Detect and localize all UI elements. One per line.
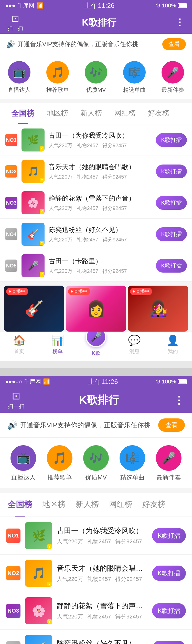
tab-newcomer[interactable]: 新人榜 [74,103,108,124]
category-single-label: 精选单曲 [123,86,146,94]
status-right: 𝔅 100% [156,2,187,9]
screen-separator [0,368,192,376]
song-item-5[interactable]: NO5 🎤 Y 古田一（卡路里） 人气220万 礼物2457 得分92457 K… [0,250,192,282]
song-info-4: 陈奕迅粉丝（好久不见） 人气220万 礼物2457 得分92457 [49,225,152,243]
tab-internet-2[interactable]: 网红榜 [104,493,137,517]
category-playlist[interactable]: 🎵 推荐歌单 [46,61,69,94]
rank-badge-2-4: NO4 [6,641,20,644]
song-info-2-2: 音乐天才（她的眼睛会唱歌） 人气220万 礼物2457 得分92457 [57,564,147,583]
song-item-3[interactable]: NO3 🌸 Y 静静的花絮（雪落下的声音） 人气220万 礼物2457 得分92… [0,187,192,219]
k-sing-button-5[interactable]: K歌打擂 [156,259,187,273]
category-playlist-2[interactable]: 🎵 推荐歌单 [47,445,72,482]
song-stats-2-1: 人气220万 礼物2457 得分92457 [57,538,147,545]
tab-national-2[interactable]: 全国榜 [3,493,37,517]
carrier-2: 千库网 [24,378,41,385]
gifts-2-2: 礼物2457 [87,575,111,583]
battery-percent: 100% [162,2,176,9]
category-mv-icon-2: 🎶 [83,445,109,471]
category-single-2[interactable]: 🎼 精选单曲 [120,445,145,482]
category-accomp-icon: 🎤 [162,61,184,84]
category-accomp-icon-2: 🎤 [156,445,182,471]
live-card-2[interactable]: 👩 直播中 [66,286,126,332]
nav-profile[interactable]: 👤 我的 [154,334,192,357]
messages-icon: 💬 [128,334,141,346]
popularity-2-1: 人气220万 [57,538,83,545]
tab-friends[interactable]: 好友榜 [142,103,176,124]
gifts-4: 礼物2457 [77,236,98,243]
nav-ksong[interactable]: 🎤 K歌 [77,334,115,357]
song-item-2-4[interactable]: NO4 🎸 Y 陈奕迅粉丝（好久不见） 人气220万 礼物2457 得分9245… [0,630,192,644]
song-cover-2: 🎵 Y [22,160,45,183]
popularity-4: 人气220万 [49,236,72,243]
scan-button[interactable]: ⊡ 扫一扫 [8,13,23,32]
gold-badge-2-1: Y [47,544,52,549]
banner-text: 开通音乐VIP支持你的偶像，正版音乐任你挑 [18,40,138,48]
category-mv-2[interactable]: 🎶 优质MV [83,445,109,482]
scan-button-2[interactable]: ⊡ 扫一扫 [8,390,25,410]
tab-internet[interactable]: 网红榜 [108,103,142,124]
page-title-2: K歌排行 [79,393,119,407]
k-sing-button-2-3[interactable]: K歌打擂 [152,603,186,618]
k-sing-button-3[interactable]: K歌打擂 [156,196,187,210]
vip-banner-2: 🔊 开通音乐VIP支持你的偶像，正版音乐任你挑 查看 [0,413,192,438]
tab-friends-2[interactable]: 好友榜 [137,493,170,517]
song-item-4[interactable]: NO4 🎸 Y 陈奕迅粉丝（好久不见） 人气220万 礼物2457 得分9245… [0,219,192,250]
category-live-label: 直播达人 [8,86,30,94]
nav-charts[interactable]: 📊 榜单 [38,334,77,357]
popularity-5: 人气220万 [49,268,72,275]
song-item-2-2[interactable]: NO2 🎵 Y 音乐天才（她的眼睛会唱歌） 人气220万 礼物2457 得分92… [0,555,192,592]
category-playlist-label-2: 推荐歌单 [47,473,72,482]
k-sing-button-1[interactable]: K歌打擂 [156,133,187,147]
song-item-2[interactable]: NO2 🎵 Y 音乐天才（她的眼睛会唱歌） 人气220万 礼物2457 得分92… [0,156,192,187]
category-accomp[interactable]: 🎤 最新伴奏 [162,61,184,94]
live-card-3[interactable]: 👩‍🎤 直播中 [128,286,188,332]
song-cover-2-1: 🌿 Y [25,522,52,549]
banner-cta-button-2[interactable]: 查看 [158,418,185,432]
k-sing-button-2[interactable]: K歌打擂 [156,165,187,178]
chart-tabs-2: 全国榜 地区榜 新人榜 网红榜 好友榜 [0,493,192,517]
k-sing-button-2-2[interactable]: K歌打擂 [152,566,186,581]
k-sing-button-2-4[interactable]: K歌打擂 [152,641,186,644]
tab-national[interactable]: 全国榜 [5,103,40,124]
k-sing-button-4[interactable]: K歌打擂 [156,227,187,241]
song-title-2-4: 陈奕迅粉丝（好久不见） [57,639,147,644]
nav-home[interactable]: 🏠 首页 [0,334,38,357]
tab-newcomer-2[interactable]: 新人榜 [71,493,104,517]
gifts-2-1: 礼物2457 [87,538,111,545]
more-button-2[interactable]: ⋮ [174,394,184,406]
live-dot-1 [9,290,11,292]
live-card-1[interactable]: 🎸 直播中 [4,286,64,332]
popularity-2-3: 人气220万 [57,613,83,620]
song-item-1[interactable]: NO1 🌿 Y 古田一（为你我受冷风吹） 人气220万 礼物2457 得分924… [0,124,192,156]
score-2-3: 得分92457 [115,613,142,620]
song-item-2-3[interactable]: NO3 🌸 Y 静静的花絮（雪落下的声音） 人气220万 礼物2457 得分92… [0,592,192,630]
category-accomp-2[interactable]: 🎤 最新伴奏 [156,445,182,482]
category-single[interactable]: 🎼 精选单曲 [123,61,146,94]
category-mv-icon: 🎶 [85,61,107,84]
category-live-2[interactable]: 📺 直播达人 [10,445,36,482]
category-live-label-2: 直播达人 [11,473,36,482]
category-live[interactable]: 📺 直播达人 [8,61,30,94]
category-live-icon-2: 📺 [10,445,36,471]
song-item-2-1[interactable]: NO1 🌿 Y 古田一（为你我受冷风吹） 人气220万 礼物2457 得分924… [0,517,192,555]
app-header: ⊡ 扫一扫 K歌排行 ⋮ [0,11,192,34]
cover-image-2-4: 🎸 [25,635,52,644]
song-title-2: 音乐天才（她的眼睛会唱歌） [49,162,152,171]
more-button[interactable]: ⋮ [175,17,184,28]
gold-badge-2-2: Y [47,582,52,586]
category-mv[interactable]: 🎶 优质MV [85,61,107,94]
battery-percent-2: 100% [162,378,176,385]
banner-cta-button[interactable]: 查看 [162,38,186,50]
tab-regional[interactable]: 地区榜 [40,103,74,124]
wifi-icon-2: 📶 [43,378,50,385]
category-single-icon: 🎼 [123,61,146,84]
nav-messages[interactable]: 💬 消息 [115,334,154,357]
status-time-2: 上午11:26 [88,377,118,386]
category-mv-label-2: 优质MV [85,473,107,482]
speaker-icon: 🔊 [6,40,15,49]
k-sing-button-2-1[interactable]: K歌打擂 [152,528,186,543]
song-stats-3: 人气220万 礼物2457 得分92457 [49,205,152,212]
status-left: ●●● 千库网 📶 [5,2,43,9]
song-cover-4: 🎸 Y [22,223,45,246]
tab-regional-2[interactable]: 地区榜 [37,493,71,517]
